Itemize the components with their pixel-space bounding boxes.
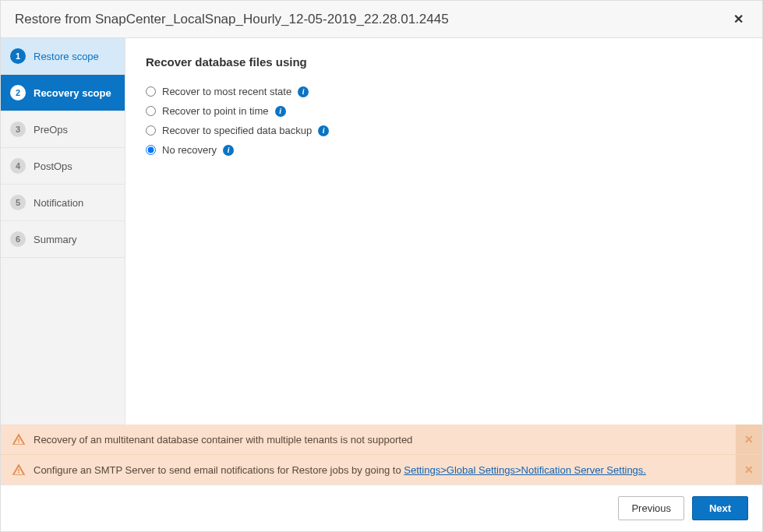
info-icon[interactable]: i — [275, 106, 286, 117]
dialog-body: 1 Restore scope 2 Recovery scope 3 PreOp… — [1, 38, 762, 425]
radio-no-recovery[interactable] — [146, 145, 156, 155]
radio-recover-most-recent[interactable] — [146, 86, 156, 97]
step-label: Summary — [34, 234, 77, 245]
dialog-footer: Previous Next — [1, 484, 762, 531]
main-panel: Recover database files using Recover to … — [125, 38, 762, 425]
restore-wizard-dialog: Restore from SnapCenter_LocalSnap_Hourly… — [0, 0, 763, 532]
step-restore-scope[interactable]: 1 Restore scope — [1, 38, 125, 75]
option-label: Recover to point in time — [162, 105, 269, 117]
alert-multitenant-warning: Recovery of an multitenant database cont… — [1, 425, 762, 454]
panel-heading: Recover database files using — [146, 55, 742, 69]
option-recover-specified-backup[interactable]: Recover to specified data backup i — [146, 125, 742, 136]
step-number: 2 — [10, 85, 26, 100]
warning-icon — [12, 463, 26, 477]
option-label: No recovery — [162, 144, 217, 156]
step-recovery-scope[interactable]: 2 Recovery scope — [1, 75, 125, 111]
step-label: PostOps — [34, 160, 72, 172]
option-label: Recover to specified data backup — [162, 125, 312, 136]
alert-smtp-warning: Configure an SMTP Server to send email n… — [1, 454, 762, 484]
wizard-steps-sidebar: 1 Restore scope 2 Recovery scope 3 PreOp… — [1, 38, 125, 425]
info-icon[interactable]: i — [318, 125, 329, 136]
previous-button[interactable]: Previous — [618, 496, 684, 520]
step-number: 5 — [10, 195, 26, 210]
option-recover-point-in-time[interactable]: Recover to point in time i — [146, 105, 742, 117]
alert-panel: Recovery of an multitenant database cont… — [1, 425, 762, 484]
step-number: 6 — [10, 231, 26, 247]
dialog-title: Restore from SnapCenter_LocalSnap_Hourly… — [15, 12, 449, 27]
step-label: PreOps — [34, 124, 68, 136]
radio-recover-specified-backup[interactable] — [146, 125, 156, 136]
step-label: Restore scope — [34, 51, 99, 62]
step-label: Recovery scope — [34, 87, 111, 99]
step-number: 3 — [10, 122, 26, 137]
alert-close-icon[interactable]: ✕ — [736, 425, 762, 454]
info-icon[interactable]: i — [223, 145, 234, 156]
alert-text: Configure an SMTP Server to send email n… — [34, 464, 728, 476]
step-notification[interactable]: 5 Notification — [1, 185, 125, 221]
radio-recover-point-in-time[interactable] — [146, 106, 156, 116]
alert-text: Recovery of an multitenant database cont… — [34, 434, 728, 446]
option-no-recovery[interactable]: No recovery i — [146, 144, 742, 156]
dialog-header: Restore from SnapCenter_LocalSnap_Hourly… — [1, 1, 762, 38]
alert-close-icon[interactable]: ✕ — [736, 455, 762, 484]
info-icon[interactable]: i — [298, 86, 309, 97]
option-label: Recover to most recent state — [162, 86, 291, 97]
settings-link[interactable]: Settings>Global Settings>Notification Se… — [404, 464, 646, 476]
option-recover-most-recent[interactable]: Recover to most recent state i — [146, 86, 742, 97]
step-summary[interactable]: 6 Summary — [1, 221, 125, 258]
step-postops[interactable]: 4 PostOps — [1, 148, 125, 185]
next-button[interactable]: Next — [692, 496, 748, 520]
step-number: 4 — [10, 158, 26, 174]
step-label: Notification — [34, 197, 83, 209]
warning-icon — [12, 432, 26, 446]
close-icon[interactable]: ✕ — [729, 10, 748, 28]
step-number: 1 — [10, 48, 26, 64]
step-preops[interactable]: 3 PreOps — [1, 111, 125, 148]
